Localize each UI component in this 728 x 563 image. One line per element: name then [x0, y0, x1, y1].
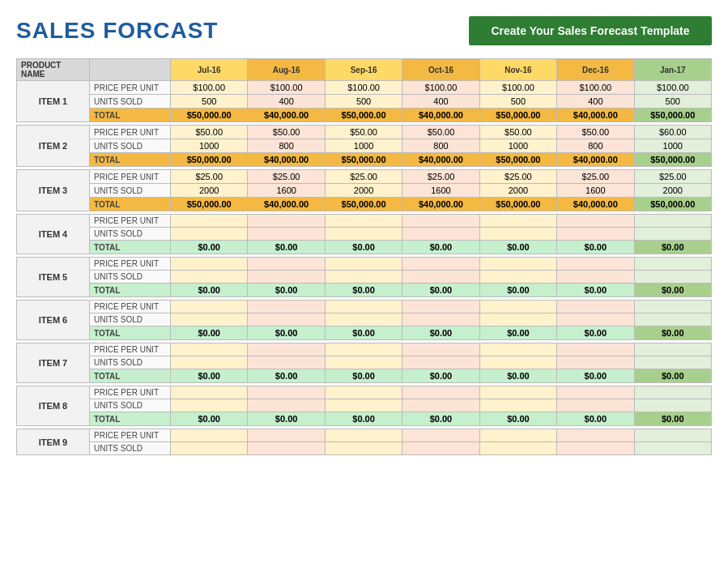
total-2-aug: $40,000.00	[248, 153, 325, 167]
row-units-4: UNITS SOLD	[17, 228, 712, 241]
units-3-jul: 2000	[171, 184, 248, 198]
price-5-jul	[171, 258, 248, 271]
row-units-8: UNITS SOLD	[17, 399, 712, 412]
units-8-oct	[402, 399, 479, 412]
label-total-4: TOTAL	[90, 241, 171, 254]
total-8-jul: $0.00	[171, 412, 248, 426]
label-units-5: UNITS SOLD	[90, 271, 171, 284]
units-9-dec	[557, 442, 634, 455]
units-2-aug: 800	[248, 139, 325, 153]
price-4-sep	[325, 215, 402, 228]
total-7-aug: $0.00	[248, 369, 325, 383]
total-8-dec: $0.00	[557, 412, 634, 426]
label-units-6: UNITS SOLD	[90, 313, 171, 326]
units-9-sep	[325, 442, 402, 455]
row-units-2: UNITS SOLD1000800100080010008001000	[17, 139, 712, 153]
total-6-dec: $0.00	[557, 326, 634, 340]
row-price-4: ITEM 4PRICE PER UNIT	[17, 215, 712, 228]
units-9-aug	[248, 442, 325, 455]
banner-text: Create Your Sales Forecast Template	[469, 16, 712, 45]
units-6-jul	[171, 313, 248, 326]
row-total-1: TOTAL$50,000.00$40,000.00$50,000.00$40,0…	[17, 109, 712, 122]
units-7-sep	[325, 356, 402, 369]
price-7-oct	[402, 343, 479, 356]
price-9-oct	[402, 429, 479, 442]
total-7-dec: $0.00	[557, 369, 634, 383]
units-4-aug	[248, 228, 325, 241]
total-5-dec: $0.00	[557, 284, 634, 297]
total-3-nov: $50,000.00	[479, 198, 556, 211]
row-total-3: TOTAL$50,000.00$40,000.00$50,000.00$40,0…	[17, 198, 712, 211]
label-units-3: UNITS SOLD	[90, 184, 171, 198]
units-7-jan	[634, 356, 711, 369]
units-1-jan: 500	[634, 95, 711, 109]
units-5-nov	[479, 271, 556, 284]
price-3-jul: $25.00	[171, 170, 248, 184]
price-1-jul: $100.00	[171, 81, 248, 95]
price-1-sep: $100.00	[325, 81, 402, 95]
price-9-nov	[479, 429, 556, 442]
label-units-7: UNITS SOLD	[90, 356, 171, 369]
total-1-oct: $40,000.00	[402, 109, 479, 122]
price-3-nov: $25.00	[479, 170, 556, 184]
price-8-dec	[557, 386, 634, 399]
item-name-1: ITEM 1	[17, 81, 90, 122]
forecast-table: PRODUCT NAME Jul-16 Aug-16 Sep-16 Oct-16…	[16, 58, 712, 455]
price-4-dec	[557, 215, 634, 228]
total-7-sep: $0.00	[325, 369, 402, 383]
row-price-5: ITEM 5PRICE PER UNIT	[17, 258, 712, 271]
units-5-oct	[402, 271, 479, 284]
item-name-9: ITEM 9	[17, 429, 90, 455]
price-3-jan: $25.00	[634, 170, 711, 184]
price-9-jan	[634, 429, 711, 442]
units-3-aug: 1600	[248, 184, 325, 198]
units-9-nov	[479, 442, 556, 455]
units-7-jul	[171, 356, 248, 369]
header-jan: Jan-17	[634, 59, 711, 81]
total-2-oct: $40,000.00	[402, 153, 479, 167]
row-units-9: UNITS SOLD	[17, 442, 712, 455]
header-aug: Aug-16	[248, 59, 325, 81]
label-units-2: UNITS SOLD	[90, 139, 171, 153]
label-total-2: TOTAL	[90, 153, 171, 167]
price-2-dec: $50.00	[557, 126, 634, 139]
price-5-oct	[402, 258, 479, 271]
price-1-nov: $100.00	[479, 81, 556, 95]
units-3-nov: 2000	[479, 184, 556, 198]
label-total-5: TOTAL	[90, 284, 171, 297]
units-6-nov	[479, 313, 556, 326]
units-6-oct	[402, 313, 479, 326]
total-5-jan: $0.00	[634, 284, 711, 297]
price-7-sep	[325, 343, 402, 356]
label-price-3: PRICE PER UNIT	[90, 170, 171, 184]
units-2-dec: 800	[557, 139, 634, 153]
row-price-9: ITEM 9PRICE PER UNIT	[17, 429, 712, 442]
total-4-dec: $0.00	[557, 241, 634, 254]
row-price-7: ITEM 7PRICE PER UNIT	[17, 343, 712, 356]
units-8-nov	[479, 399, 556, 412]
price-5-sep	[325, 258, 402, 271]
total-5-oct: $0.00	[402, 284, 479, 297]
units-5-sep	[325, 271, 402, 284]
price-1-jan: $100.00	[634, 81, 711, 95]
price-5-aug	[248, 258, 325, 271]
label-price-2: PRICE PER UNIT	[90, 126, 171, 139]
total-4-aug: $0.00	[248, 241, 325, 254]
price-6-aug	[248, 301, 325, 313]
label-price-7: PRICE PER UNIT	[90, 343, 171, 356]
row-price-8: ITEM 8PRICE PER UNIT	[17, 386, 712, 399]
price-4-nov	[479, 215, 556, 228]
price-4-aug	[248, 215, 325, 228]
units-2-jul: 1000	[171, 139, 248, 153]
total-6-aug: $0.00	[248, 326, 325, 340]
price-6-dec	[557, 301, 634, 313]
units-3-oct: 1600	[402, 184, 479, 198]
total-4-jul: $0.00	[171, 241, 248, 254]
row-price-2: ITEM 2PRICE PER UNIT$50.00$50.00$50.00$5…	[17, 126, 712, 139]
price-9-dec	[557, 429, 634, 442]
price-8-nov	[479, 386, 556, 399]
total-1-jan: $50,000.00	[634, 109, 711, 122]
units-6-sep	[325, 313, 402, 326]
row-units-6: UNITS SOLD	[17, 313, 712, 326]
units-1-oct: 400	[402, 95, 479, 109]
